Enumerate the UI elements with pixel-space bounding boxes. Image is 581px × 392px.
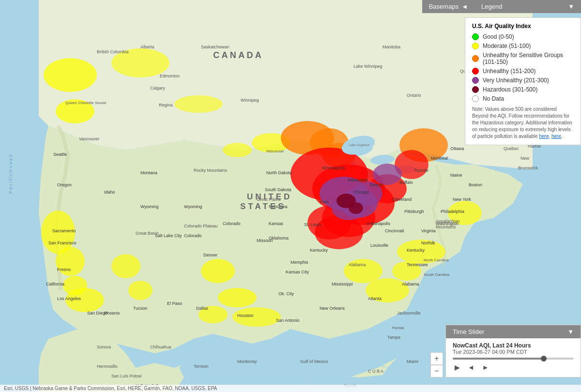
legend-label-unhealthy: Unhealthy (151-200) — [483, 68, 535, 75]
svg-text:Minneapolis: Minneapolis — [322, 166, 346, 170]
zoom-controls: + − — [430, 352, 443, 377]
svg-text:Montana: Montana — [140, 170, 157, 175]
slider-next-button[interactable]: ► — [480, 362, 491, 372]
svg-text:Regina: Regina — [159, 103, 173, 107]
svg-text:Buffalo: Buffalo — [399, 180, 413, 185]
svg-point-46 — [349, 202, 363, 214]
svg-text:British Columbia: British Columbia — [97, 49, 129, 54]
legend-item-very-unhealthy: Very Unhealthy (201-300) — [472, 77, 574, 84]
legend-link-2[interactable]: here — [551, 134, 561, 139]
legend-button[interactable]: Legend ▼ — [474, 0, 581, 13]
svg-text:Sacramento: Sacramento — [52, 228, 76, 233]
svg-text:Boston: Boston — [469, 182, 482, 187]
legend-dot-no-data — [472, 95, 479, 102]
svg-point-25 — [223, 143, 252, 157]
legend-item-usg: Unhealthy for Sensitive Groups (101-150) — [472, 52, 574, 65]
svg-text:Lake Winnipeg: Lake Winnipeg — [353, 64, 382, 69]
svg-text:Alabama: Alabama — [402, 282, 419, 286]
time-slider-track[interactable] — [453, 358, 574, 360]
svg-text:North Dakota: North Dakota — [266, 170, 292, 175]
basemaps-label: Basemaps — [429, 3, 459, 10]
time-slider-thumb[interactable] — [541, 356, 547, 362]
svg-text:New: New — [520, 156, 530, 161]
svg-text:Memphis: Memphis — [290, 260, 308, 265]
svg-text:Phoenix: Phoenix — [104, 311, 120, 316]
svg-text:Sonora: Sonora — [97, 345, 111, 349]
svg-text:Toronto: Toronto — [414, 168, 428, 173]
legend-item-hazardous: Hazardous (301-500) — [472, 86, 574, 93]
svg-text:Vancouver: Vancouver — [79, 136, 99, 141]
svg-text:Iowa: Iowa — [320, 199, 329, 204]
svg-rect-6 — [0, 0, 39, 392]
svg-text:South Dakota: South Dakota — [265, 187, 291, 192]
svg-text:Cleveland: Cleveland — [392, 197, 412, 202]
svg-text:Florida: Florida — [392, 326, 404, 330]
svg-text:Great Basin: Great Basin — [136, 231, 159, 236]
svg-text:Louisville: Louisville — [370, 243, 388, 248]
legend-label-no-data: No Data — [483, 95, 504, 102]
time-slider-header: Time Slider ▼ — [446, 325, 581, 338]
legend-dot-very-unhealthy — [472, 77, 479, 84]
map-container[interactable]: Seattle Oregon Sacramento San Francisco … — [0, 0, 581, 392]
svg-text:Oklahoma: Oklahoma — [269, 236, 289, 241]
zoom-in-button[interactable]: + — [430, 352, 443, 365]
svg-text:New Orleans: New Orleans — [320, 306, 345, 311]
zoom-out-button[interactable]: − — [430, 365, 443, 377]
attribution-text: Esri, USGS | Nebraska Game & Parks Commi… — [4, 386, 217, 391]
svg-text:Alabama: Alabama — [349, 262, 366, 267]
svg-text:Rocky Mountains: Rocky Mountains — [194, 168, 228, 173]
legend-label-usg: Unhealthy for Sensitive Groups (101-150) — [483, 52, 574, 65]
svg-text:Mountains: Mountains — [436, 225, 456, 229]
svg-text:Atlanta: Atlanta — [368, 296, 382, 301]
svg-text:Colorado: Colorado — [184, 233, 202, 238]
svg-text:New York: New York — [453, 197, 472, 202]
slider-prev-button[interactable]: ◄ — [466, 362, 476, 372]
svg-text:Ontario: Ontario — [407, 93, 421, 98]
svg-text:Brunswick: Brunswick — [518, 166, 538, 170]
svg-text:Houston: Houston — [237, 313, 254, 318]
svg-text:Colorado: Colorado — [223, 221, 241, 226]
legend-label-very-unhealthy: Very Unhealthy (201-300) — [483, 77, 549, 84]
legend-item-no-data: No Data — [472, 95, 574, 102]
svg-text:Saskatchewan: Saskatchewan — [201, 45, 229, 49]
legend-arrow-icon: ▼ — [568, 3, 574, 10]
svg-text:San Francisco: San Francisco — [48, 241, 76, 245]
svg-text:Idaho: Idaho — [104, 190, 115, 195]
legend-link-1[interactable]: here — [539, 134, 549, 139]
legend-item-unhealthy: Unhealthy (151-200) — [472, 68, 574, 75]
legend-label: Legend — [481, 3, 502, 10]
svg-text:San Antonio: San Antonio — [276, 318, 300, 323]
legend-title: U.S. Air Quality Index — [472, 23, 574, 30]
svg-text:North Carolina: North Carolina — [424, 258, 449, 262]
svg-text:Alberta: Alberta — [140, 45, 154, 49]
slider-controls: ▶ ◄ ► — [453, 362, 574, 372]
svg-text:Calgary: Calgary — [150, 86, 166, 90]
svg-text:Wyoming: Wyoming — [140, 204, 158, 209]
legend-label-good: Good (0-50) — [483, 33, 514, 40]
svg-text:Seattle: Seattle — [53, 152, 67, 157]
svg-text:Queen Charlotte Sound: Queen Charlotte Sound — [65, 101, 106, 105]
svg-text:P a c i f i c   O c e a n: P a c i f i c O c e a n — [8, 155, 13, 194]
svg-text:Gulf of Mexico: Gulf of Mexico — [300, 359, 328, 364]
svg-point-7 — [44, 58, 97, 92]
svg-text:Pittsburgh: Pittsburgh — [404, 209, 424, 214]
svg-text:Norfolk: Norfolk — [421, 241, 435, 245]
svg-text:Mississippi: Mississippi — [332, 282, 353, 286]
time-slider-fill — [453, 358, 544, 360]
time-slider-body: NowCast AQI, Last 24 Hours Tue 2023-06-2… — [446, 338, 581, 377]
time-slider-title: NowCast AQI, Last 24 Hours — [453, 342, 574, 349]
svg-text:South Carolina: South Carolina — [424, 272, 449, 277]
svg-text:Monterrey: Monterrey — [237, 359, 257, 364]
time-slider-date: Tue 2023-06-27 04:00 PM CDT — [453, 349, 574, 355]
svg-text:El Paso: El Paso — [167, 301, 182, 306]
svg-point-13 — [111, 254, 140, 278]
time-slider-collapse-icon[interactable]: ▼ — [567, 328, 574, 335]
basemaps-button[interactable]: Basemaps ◄ — [422, 0, 474, 13]
svg-point-27 — [174, 95, 223, 113]
slider-play-button[interactable]: ▶ — [453, 362, 462, 372]
svg-text:Ok. City: Ok. City — [278, 291, 294, 296]
svg-text:Hermosillo: Hermosillo — [97, 364, 118, 369]
svg-text:Tucson: Tucson — [133, 306, 147, 311]
svg-text:Kansas City: Kansas City — [286, 270, 309, 274]
legend-panel: U.S. Air Quality Index Good (0-50) Moder… — [465, 17, 581, 145]
